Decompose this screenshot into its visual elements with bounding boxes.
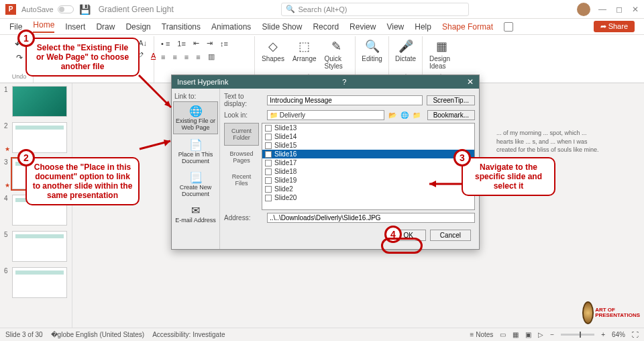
- thumb-num: 1: [4, 86, 9, 117]
- indent-dec-icon[interactable]: ⇤: [191, 38, 202, 49]
- save-icon[interactable]: 💾: [79, 4, 91, 15]
- file-icon: [265, 168, 272, 175]
- callout-2: 2 Choose the "Place in this document" op…: [25, 157, 140, 205]
- close-icon[interactable]: ✕: [632, 5, 639, 14]
- address-label: Address:: [224, 214, 263, 222]
- powerpoint-icon: P: [5, 4, 16, 15]
- arrow-2: [138, 137, 176, 154]
- user-avatar[interactable]: [577, 3, 590, 16]
- language-status[interactable]: �globe English (United States): [51, 331, 145, 338]
- slideshow-view-icon[interactable]: ▷: [538, 331, 543, 338]
- badge-4: 4: [384, 226, 402, 243]
- menu-record[interactable]: Record: [313, 22, 339, 32]
- minimize-icon[interactable]: —: [598, 5, 606, 14]
- menu-home[interactable]: Home: [33, 20, 54, 33]
- menu-transitions[interactable]: Transitions: [162, 22, 201, 32]
- numbering-icon[interactable]: 1≡: [174, 38, 189, 49]
- file-item[interactable]: Slide20: [262, 193, 474, 202]
- maximize-icon[interactable]: ◻: [616, 5, 623, 14]
- slide-counter[interactable]: Slide 3 of 30: [5, 331, 43, 338]
- fit-to-window-icon[interactable]: ⛶: [632, 331, 639, 338]
- redo-icon[interactable]: ↷: [16, 53, 23, 62]
- menu-draw[interactable]: Draw: [96, 22, 115, 32]
- file-item[interactable]: Slide17: [262, 158, 474, 167]
- file-icon: [265, 160, 272, 166]
- menu-view[interactable]: View: [386, 22, 404, 32]
- zoom-slider[interactable]: [561, 334, 594, 336]
- arrange-button[interactable]: ⬚Arrange: [290, 38, 319, 64]
- accessibility-status[interactable]: Accessibility: Investigate: [152, 331, 225, 338]
- slide-body-text: ... of my morning ... spot, which ... he…: [496, 129, 604, 154]
- bookmark-button[interactable]: Bookmark...: [427, 110, 475, 120]
- share-button[interactable]: Share: [594, 21, 635, 32]
- badge-2: 2: [17, 149, 35, 166]
- normal-view-icon[interactable]: ▭: [500, 331, 506, 338]
- document-name: Gradient Green Light: [99, 5, 174, 14]
- linespacing-icon[interactable]: ↕≡: [217, 38, 231, 49]
- dialog-help-icon[interactable]: ?: [342, 78, 346, 86]
- zoom-in-icon[interactable]: +: [601, 331, 605, 338]
- menu-insert[interactable]: Insert: [65, 22, 85, 32]
- indent-inc-icon[interactable]: ⇥: [204, 38, 215, 49]
- address-input[interactable]: [267, 213, 475, 223]
- tab-current-folder[interactable]: Current Folder: [224, 123, 259, 146]
- dialog-close-icon[interactable]: ✕: [467, 77, 474, 87]
- browse-web-icon[interactable]: 🌐: [400, 111, 409, 119]
- group-undo: Undo: [9, 73, 29, 81]
- zoom-out-icon[interactable]: −: [550, 331, 554, 338]
- autosave-toggle[interactable]: [58, 5, 74, 13]
- menu-design[interactable]: Design: [125, 22, 150, 32]
- design-ideas-button[interactable]: ▦Design Ideas: [427, 38, 456, 71]
- thumbnail-5[interactable]: [12, 231, 67, 262]
- screentip-button[interactable]: ScreenTip...: [427, 95, 475, 105]
- link-place-in-document[interactable]: 📄Place in This Document: [173, 136, 218, 167]
- tab-recent-files[interactable]: Recent Files: [224, 168, 259, 191]
- file-list[interactable]: Slide13Slide14Slide15Slide16Slide17Slide…: [262, 123, 475, 210]
- arrow-3: [425, 179, 463, 189]
- slide-thumbnails[interactable]: 1 2★ 3★ 4 5 6: [0, 83, 72, 328]
- file-icon: [265, 142, 272, 149]
- link-create-new[interactable]: 📃Create New Document: [173, 168, 218, 200]
- link-existing-file[interactable]: 🌐Existing File or Web Page: [173, 101, 218, 134]
- browse-file-icon[interactable]: 📁: [413, 111, 421, 119]
- document-icon: 📄: [174, 138, 217, 151]
- search-box[interactable]: 🔍 Search (Alt+Q): [281, 3, 469, 16]
- bullets-icon[interactable]: • ≡: [158, 38, 172, 49]
- align-left-icon[interactable]: ≡: [158, 52, 168, 62]
- menu-slideshow[interactable]: Slide Show: [262, 22, 302, 32]
- sorter-view-icon[interactable]: ▦: [513, 331, 519, 338]
- dictate-button[interactable]: 🎤Dictate: [393, 38, 418, 64]
- comments-icon[interactable]: [504, 22, 513, 32]
- zoom-level[interactable]: 64%: [612, 331, 625, 338]
- menu-review[interactable]: Review: [350, 22, 376, 32]
- dialog-titlebar[interactable]: Insert Hyperlink ? ✕: [172, 75, 479, 89]
- insert-hyperlink-dialog: Insert Hyperlink ? ✕ Link to: 🌐Existing …: [171, 75, 480, 250]
- menu-shapeformat[interactable]: Shape Format: [442, 22, 493, 32]
- cancel-button[interactable]: Cancel: [430, 230, 471, 241]
- menu-file[interactable]: File: [9, 22, 22, 32]
- quickstyles-button[interactable]: ✎Quick Styles: [322, 38, 352, 71]
- notes-button[interactable]: ≡ Notes: [470, 331, 494, 338]
- editing-button[interactable]: 🔍Editing: [360, 38, 384, 64]
- file-item[interactable]: Slide16: [262, 150, 474, 158]
- text-to-display-input[interactable]: [267, 95, 423, 105]
- thumbnail-2[interactable]: ★: [12, 122, 67, 153]
- file-item[interactable]: Slide15: [262, 141, 474, 150]
- tab-browsed-pages[interactable]: Browsed Pages: [224, 146, 259, 168]
- columns-icon[interactable]: ▥: [205, 51, 217, 62]
- file-item[interactable]: Slide13: [262, 124, 474, 132]
- reading-view-icon[interactable]: ▣: [525, 331, 531, 338]
- file-item[interactable]: Slide18: [262, 167, 474, 176]
- align-center-icon[interactable]: ≡: [170, 52, 179, 62]
- menu-help[interactable]: Help: [415, 22, 431, 32]
- link-email[interactable]: ✉E-mail Address: [173, 201, 218, 226]
- thumbnail-6[interactable]: [12, 267, 67, 298]
- menu-animations[interactable]: Animations: [211, 22, 251, 32]
- lookin-combo[interactable]: 📁 Deliverly: [267, 110, 384, 120]
- justify-icon[interactable]: ≡: [193, 52, 203, 62]
- file-item[interactable]: Slide14: [262, 132, 474, 141]
- align-right-icon[interactable]: ≡: [182, 52, 191, 62]
- up-folder-icon[interactable]: 📂: [388, 111, 396, 119]
- shapes-button[interactable]: ◇Shapes: [259, 38, 287, 64]
- thumbnail-1[interactable]: [12, 86, 67, 117]
